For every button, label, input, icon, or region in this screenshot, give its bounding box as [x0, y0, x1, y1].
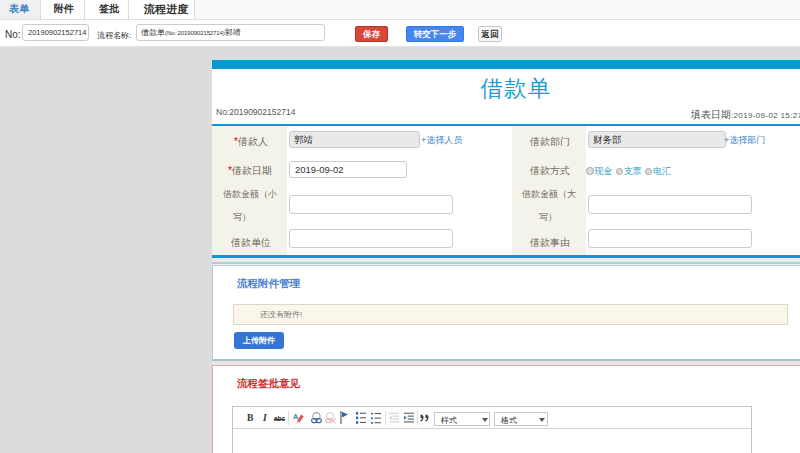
svg-text:A: A: [293, 413, 298, 420]
